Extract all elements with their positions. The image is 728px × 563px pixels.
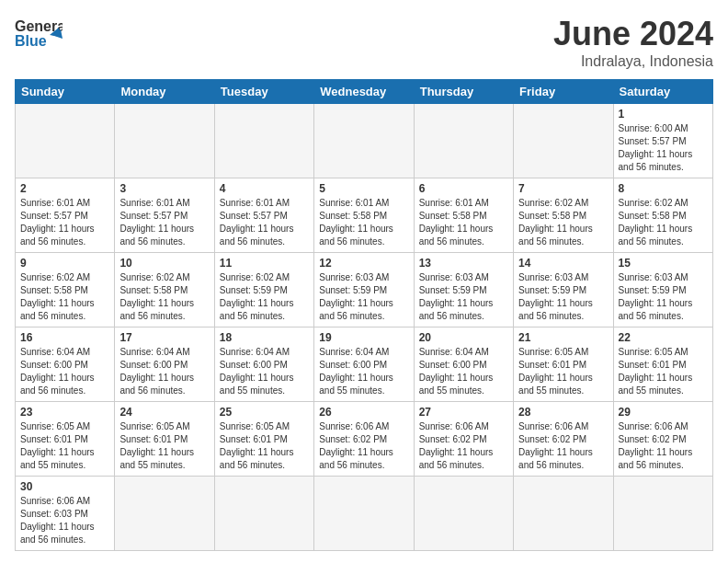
svg-text:Blue: Blue	[15, 33, 47, 49]
calendar-week-row: 2Sunrise: 6:01 AM Sunset: 5:57 PM Daylig…	[16, 178, 713, 253]
weekday-header-monday: Monday	[115, 80, 214, 104]
calendar-day-cell: 12Sunrise: 6:03 AM Sunset: 5:59 PM Dayli…	[314, 253, 414, 327]
weekday-header-thursday: Thursday	[414, 80, 513, 104]
calendar-day-cell: 22Sunrise: 6:05 AM Sunset: 6:01 PM Dayli…	[613, 327, 712, 402]
day-number: 23	[20, 406, 109, 419]
day-info: Sunrise: 6:01 AM Sunset: 5:57 PM Dayligh…	[119, 197, 209, 248]
day-number: 11	[220, 257, 309, 270]
day-number: 24	[119, 406, 209, 419]
day-number: 12	[319, 257, 408, 270]
calendar-day-cell: 30Sunrise: 6:06 AM Sunset: 6:03 PM Dayli…	[16, 477, 115, 551]
calendar-day-cell: 17Sunrise: 6:04 AM Sunset: 6:00 PM Dayli…	[115, 327, 214, 402]
page-header: General Blue June 2024 Indralaya, Indone…	[15, 15, 713, 70]
day-info: Sunrise: 6:01 AM Sunset: 5:57 PM Dayligh…	[20, 197, 109, 248]
day-number: 9	[20, 257, 109, 270]
calendar-day-cell	[214, 104, 313, 178]
calendar-day-cell: 3Sunrise: 6:01 AM Sunset: 5:57 PM Daylig…	[115, 178, 214, 253]
day-number: 1	[619, 108, 708, 121]
calendar-day-cell	[16, 104, 115, 178]
calendar-week-row: 1Sunrise: 6:00 AM Sunset: 5:57 PM Daylig…	[16, 104, 713, 178]
weekday-header-wednesday: Wednesday	[314, 80, 414, 104]
day-number: 5	[319, 182, 408, 195]
day-number: 6	[419, 182, 508, 195]
month-title: June 2024	[553, 15, 713, 53]
calendar-day-cell: 6Sunrise: 6:01 AM Sunset: 5:58 PM Daylig…	[414, 178, 513, 253]
calendar-day-cell: 9Sunrise: 6:02 AM Sunset: 5:58 PM Daylig…	[16, 253, 115, 327]
day-number: 2	[20, 182, 109, 195]
calendar-day-cell: 26Sunrise: 6:06 AM Sunset: 6:02 PM Dayli…	[314, 402, 414, 477]
calendar-day-cell: 7Sunrise: 6:02 AM Sunset: 5:58 PM Daylig…	[514, 178, 613, 253]
day-info: Sunrise: 6:02 AM Sunset: 5:58 PM Dayligh…	[20, 271, 109, 323]
calendar-day-cell: 27Sunrise: 6:06 AM Sunset: 6:02 PM Dayli…	[414, 402, 513, 477]
calendar-day-cell: 29Sunrise: 6:06 AM Sunset: 6:02 PM Dayli…	[613, 402, 712, 477]
day-number: 22	[619, 331, 708, 344]
day-info: Sunrise: 6:04 AM Sunset: 6:00 PM Dayligh…	[119, 346, 209, 397]
day-info: Sunrise: 6:03 AM Sunset: 5:59 PM Dayligh…	[419, 271, 508, 323]
day-info: Sunrise: 6:02 AM Sunset: 5:58 PM Dayligh…	[619, 197, 708, 248]
calendar-week-row: 9Sunrise: 6:02 AM Sunset: 5:58 PM Daylig…	[16, 253, 713, 327]
day-number: 26	[319, 406, 408, 419]
calendar-day-cell	[613, 477, 712, 551]
day-info: Sunrise: 6:03 AM Sunset: 5:59 PM Dayligh…	[619, 271, 708, 323]
day-number: 8	[619, 182, 708, 195]
calendar-day-cell	[514, 104, 613, 178]
logo-icon: General Blue	[15, 15, 63, 52]
day-number: 19	[319, 331, 408, 344]
day-number: 15	[619, 257, 708, 270]
weekday-header-row: SundayMondayTuesdayWednesdayThursdayFrid…	[16, 80, 713, 104]
day-info: Sunrise: 6:01 AM Sunset: 5:57 PM Dayligh…	[220, 197, 309, 248]
day-info: Sunrise: 6:02 AM Sunset: 5:59 PM Dayligh…	[220, 271, 309, 323]
calendar-day-cell: 2Sunrise: 6:01 AM Sunset: 5:57 PM Daylig…	[16, 178, 115, 253]
weekday-header-friday: Friday	[514, 80, 613, 104]
calendar-day-cell	[115, 104, 214, 178]
calendar-day-cell: 15Sunrise: 6:03 AM Sunset: 5:59 PM Dayli…	[613, 253, 712, 327]
day-info: Sunrise: 6:05 AM Sunset: 6:01 PM Dayligh…	[220, 420, 309, 472]
day-number: 29	[619, 406, 708, 419]
day-number: 13	[419, 257, 508, 270]
calendar-table: SundayMondayTuesdayWednesdayThursdayFrid…	[15, 79, 713, 551]
calendar-day-cell: 19Sunrise: 6:04 AM Sunset: 6:00 PM Dayli…	[314, 327, 414, 402]
day-number: 20	[419, 331, 508, 344]
day-info: Sunrise: 6:04 AM Sunset: 6:00 PM Dayligh…	[20, 346, 109, 397]
day-number: 18	[220, 331, 309, 344]
calendar-week-row: 30Sunrise: 6:06 AM Sunset: 6:03 PM Dayli…	[16, 477, 713, 551]
day-number: 16	[20, 331, 109, 344]
calendar-day-cell: 21Sunrise: 6:05 AM Sunset: 6:01 PM Dayli…	[514, 327, 613, 402]
calendar-day-cell: 13Sunrise: 6:03 AM Sunset: 5:59 PM Dayli…	[414, 253, 513, 327]
location-title: Indralaya, Indonesia	[553, 53, 713, 70]
day-number: 3	[119, 182, 209, 195]
day-number: 10	[119, 257, 209, 270]
day-info: Sunrise: 6:05 AM Sunset: 6:01 PM Dayligh…	[619, 346, 708, 397]
day-info: Sunrise: 6:05 AM Sunset: 6:01 PM Dayligh…	[119, 420, 209, 472]
calendar-week-row: 16Sunrise: 6:04 AM Sunset: 6:00 PM Dayli…	[16, 327, 713, 402]
day-number: 27	[419, 406, 508, 419]
calendar-day-cell	[314, 104, 414, 178]
calendar-day-cell: 23Sunrise: 6:05 AM Sunset: 6:01 PM Dayli…	[16, 402, 115, 477]
day-info: Sunrise: 6:06 AM Sunset: 6:02 PM Dayligh…	[419, 420, 508, 472]
day-number: 4	[220, 182, 309, 195]
calendar-day-cell	[414, 104, 513, 178]
calendar-day-cell: 24Sunrise: 6:05 AM Sunset: 6:01 PM Dayli…	[115, 402, 214, 477]
day-info: Sunrise: 6:00 AM Sunset: 5:57 PM Dayligh…	[619, 122, 708, 174]
calendar-day-cell	[314, 477, 414, 551]
day-info: Sunrise: 6:02 AM Sunset: 5:58 PM Dayligh…	[518, 197, 608, 248]
weekday-header-tuesday: Tuesday	[214, 80, 313, 104]
day-number: 17	[119, 331, 209, 344]
day-info: Sunrise: 6:01 AM Sunset: 5:58 PM Dayligh…	[419, 197, 508, 248]
day-info: Sunrise: 6:04 AM Sunset: 6:00 PM Dayligh…	[419, 346, 508, 397]
day-info: Sunrise: 6:06 AM Sunset: 6:02 PM Dayligh…	[619, 420, 708, 472]
weekday-header-saturday: Saturday	[613, 80, 712, 104]
day-info: Sunrise: 6:02 AM Sunset: 5:58 PM Dayligh…	[119, 271, 209, 323]
calendar-day-cell: 10Sunrise: 6:02 AM Sunset: 5:58 PM Dayli…	[115, 253, 214, 327]
day-info: Sunrise: 6:03 AM Sunset: 5:59 PM Dayligh…	[319, 271, 408, 323]
calendar-day-cell: 25Sunrise: 6:05 AM Sunset: 6:01 PM Dayli…	[214, 402, 313, 477]
day-info: Sunrise: 6:03 AM Sunset: 5:59 PM Dayligh…	[518, 271, 608, 323]
title-block: June 2024 Indralaya, Indonesia	[553, 15, 713, 70]
calendar-day-cell	[214, 477, 313, 551]
calendar-day-cell: 4Sunrise: 6:01 AM Sunset: 5:57 PM Daylig…	[214, 178, 313, 253]
day-number: 21	[518, 331, 608, 344]
calendar-day-cell	[514, 477, 613, 551]
calendar-day-cell: 1Sunrise: 6:00 AM Sunset: 5:57 PM Daylig…	[613, 104, 712, 178]
day-number: 28	[518, 406, 608, 419]
logo: General Blue	[15, 15, 63, 52]
